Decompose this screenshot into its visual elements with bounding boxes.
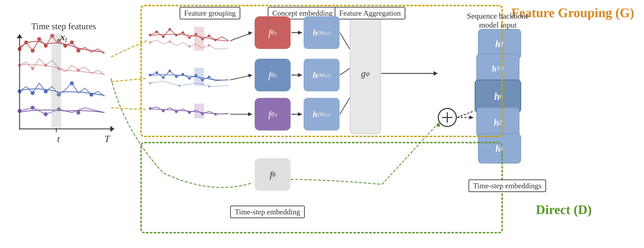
svg-point-23 bbox=[44, 112, 48, 116]
direct-title: Direct (D) bbox=[536, 202, 592, 217]
feature-grouping-label: Feature grouping bbox=[180, 7, 240, 19]
svg-point-18 bbox=[57, 93, 61, 97]
diagram-container: t T Time step features xt Feature groupi… bbox=[0, 0, 644, 248]
svg-point-17 bbox=[44, 89, 48, 93]
svg-point-22 bbox=[31, 106, 34, 110]
svg-point-21 bbox=[18, 109, 22, 113]
h-box-2: h(M₂,t) bbox=[304, 59, 340, 91]
svg-point-20 bbox=[90, 93, 94, 97]
svg-point-10 bbox=[18, 64, 21, 67]
time-step-embeddings-right-label: Time-step embeddings bbox=[468, 180, 546, 192]
h-box-1: h(M₁,t) bbox=[304, 16, 340, 49]
svg-point-14 bbox=[77, 68, 80, 72]
xt-label: x bbox=[60, 31, 65, 42]
f-theta-3-box: fθ₃ bbox=[255, 98, 290, 131]
svg-point-24 bbox=[57, 107, 61, 111]
g-psi-label: gψ bbox=[351, 13, 380, 134]
h-box-3: h(M₃,t) bbox=[304, 98, 340, 131]
svg-point-4 bbox=[44, 44, 48, 48]
svg-point-19 bbox=[70, 81, 74, 85]
green-dashed-box bbox=[140, 142, 503, 233]
h-T1-label: hT-1 bbox=[477, 54, 519, 83]
svg-point-15 bbox=[18, 89, 22, 93]
svg-marker-29 bbox=[110, 126, 114, 132]
svg-rect-26 bbox=[52, 33, 61, 128]
svg-point-13 bbox=[57, 67, 60, 70]
svg-point-25 bbox=[76, 111, 80, 115]
h-1-label: h1 bbox=[478, 134, 521, 163]
svg-text:t: t bbox=[57, 133, 60, 144]
svg-point-12 bbox=[44, 64, 47, 67]
h-2-label: h2 bbox=[477, 108, 519, 137]
svg-point-2 bbox=[31, 49, 34, 52]
svg-point-0 bbox=[18, 47, 22, 51]
xt-sub: t bbox=[65, 35, 67, 44]
svg-text:T: T bbox=[104, 133, 110, 144]
f-theta-2-box: fθ₂ bbox=[255, 59, 290, 91]
time-step-embedding-label: Time-step embedding bbox=[230, 206, 305, 218]
svg-point-16 bbox=[31, 91, 34, 95]
sequence-backbone-label: Sequence backbone model input bbox=[465, 11, 530, 29]
svg-point-7 bbox=[63, 44, 67, 48]
time-step-features-label: Time step features xt bbox=[16, 21, 111, 44]
f-theta-direct-box: fθ bbox=[255, 158, 290, 191]
svg-point-11 bbox=[31, 67, 34, 70]
f-theta-1-box: fθ₁ bbox=[255, 16, 290, 49]
svg-point-9 bbox=[76, 49, 80, 52]
